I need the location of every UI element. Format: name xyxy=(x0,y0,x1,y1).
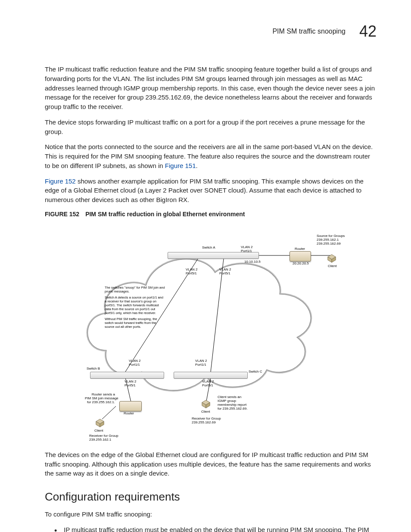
rx-group-b-label: Receiver for Group 239.255.162.1 xyxy=(89,434,118,442)
client-b-icon xyxy=(95,418,105,428)
svg-line-3 xyxy=(211,259,224,372)
figure-151-link[interactable]: Figure 151 xyxy=(165,162,196,169)
router-top xyxy=(290,251,311,261)
body-para-1: The IP multicast traffic reduction featu… xyxy=(45,65,377,112)
snoop-text-3: Without PIM SM traffic snooping, the swi… xyxy=(105,317,165,329)
client-c-label: Client xyxy=(201,410,210,414)
header-title: PIM SM traffic snooping xyxy=(272,28,346,35)
switch-a-bar xyxy=(168,252,259,259)
client-note-label: Client sends an IGMP group membership re… xyxy=(218,395,248,411)
router-b xyxy=(119,401,142,411)
figure-caption: FIGURE 152PIM SM traffic reduction in gl… xyxy=(45,211,377,218)
vlan-label-a-51-2: VLAN 2 Port5/1 xyxy=(219,268,231,275)
client-c-icon xyxy=(201,399,211,409)
vlan-label-a-51-1: VLAN 2 Port5/1 xyxy=(186,268,198,275)
body-para-6: To configure PIM SM traffic snooping: xyxy=(45,510,377,519)
body-para-3a: Notice that the ports connected to the s… xyxy=(45,143,373,169)
body-para-3b: . xyxy=(196,162,198,169)
vlan-label-a-11: VLAN 2 Port1/1 xyxy=(241,245,253,253)
svg-line-5 xyxy=(102,406,116,419)
router-note-label: Router sends a PIM SM join message for 2… xyxy=(85,392,115,404)
body-para-2: The device stops forwarding IP multicast… xyxy=(45,118,377,137)
section-heading-config-reqs: Configuration requirements xyxy=(45,490,377,504)
switch-a-label: Switch A xyxy=(202,246,215,249)
client-top-label: Client xyxy=(328,264,336,268)
client-top-icon xyxy=(327,254,336,263)
ip-a-label: 10.10.10.5 xyxy=(244,260,261,264)
body-para-5: The devices on the edge of the Global Et… xyxy=(45,450,377,478)
rx-group-c-label: Receiver for Group 239.255.162.69 xyxy=(192,417,221,424)
body-para-3: Notice that the ports connected to the s… xyxy=(45,142,377,170)
figure-title: PIM SM traffic reduction in global Ether… xyxy=(85,211,245,218)
figure-152-link[interactable]: Figure 152 xyxy=(45,177,76,185)
switch-c-label: Switch C xyxy=(249,370,262,373)
figure-number: FIGURE 152 xyxy=(45,211,79,218)
figure-152-diagram: Switch A VLAN 2 Port1/1 10.10.10.5 VLAN … xyxy=(68,225,353,441)
body-para-4a: shows another example application for PI… xyxy=(45,177,364,204)
page-header: PIM SM traffic snooping 42 xyxy=(45,22,377,40)
vlan-label-c-51: VLAN 2 Port5/1 xyxy=(202,380,214,387)
bullet-list: IP multicast traffic reduction must be e… xyxy=(54,525,377,532)
switch-b-label: Switch B xyxy=(87,367,100,370)
chapter-number: 42 xyxy=(359,22,377,40)
snoop-text-block: The switches "snoop" for PIM SM join and… xyxy=(105,286,165,331)
client-b-label: Client xyxy=(94,429,103,432)
vlan-label-b-51: VLAN 2 Port5/1 xyxy=(125,380,137,387)
vlan-label-c-11: VLAN 2 Port1/1 xyxy=(195,359,207,367)
switch-b-bar xyxy=(90,372,164,379)
bullet-item-1: IP multicast traffic reduction must be e… xyxy=(54,525,377,532)
router-top-label: Router xyxy=(295,247,305,251)
snoop-text-1: The switches "snoop" for PIM SM join and… xyxy=(105,286,165,293)
source-groups-label: Source for Groups 239.255.162.1 239.255.… xyxy=(317,234,345,246)
body-para-4: Figure 152 shows another example applica… xyxy=(45,177,377,205)
page: PIM SM traffic snooping 42 The IP multic… xyxy=(0,0,411,532)
switch-c-bar xyxy=(174,372,248,379)
vlan-label-b-11: VLAN 2 Port1/1 xyxy=(129,359,141,367)
ip-src-label: 20.20.20.5 xyxy=(293,261,309,265)
router-b-label: Router xyxy=(124,411,134,415)
snoop-text-2: Switch A detects a source on port1/1 and… xyxy=(105,296,165,315)
